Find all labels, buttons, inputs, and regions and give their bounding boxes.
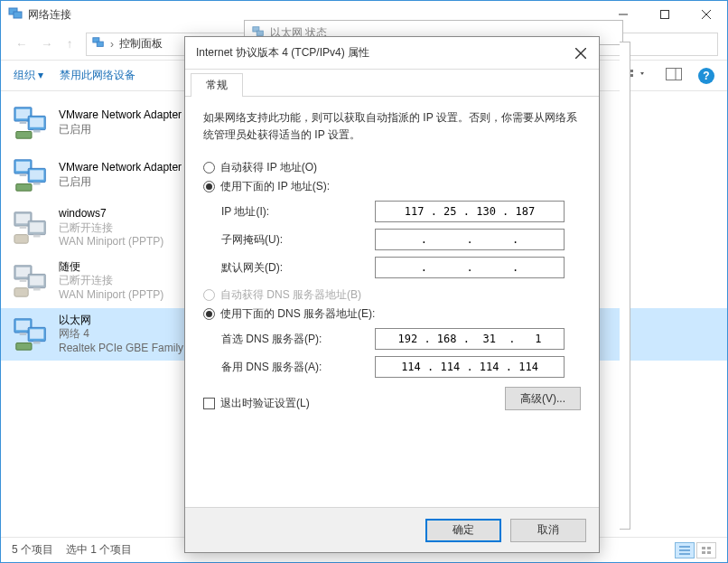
dialog-tabbar: 常规 xyxy=(185,70,599,97)
preferred-dns-label: 首选 DNS 服务器(P): xyxy=(221,332,375,347)
ip-address-input[interactable]: 117 . 25 . 130 . 187 xyxy=(375,201,565,222)
svg-rect-18 xyxy=(30,117,43,127)
connection-device: WAN Miniport (PPTP) xyxy=(59,288,163,303)
checkbox-icon xyxy=(203,398,215,409)
preferred-dns-input[interactable]: 192 . 168 . 31 . 1 xyxy=(375,328,565,350)
details-view-icon[interactable] xyxy=(675,542,695,558)
radio-icon xyxy=(203,162,215,174)
radio-manual-dns[interactable]: 使用下面的 DNS 服务器地址(E): xyxy=(203,306,581,322)
radio-icon xyxy=(203,289,215,301)
connection-status: 已断开连接 xyxy=(59,221,163,236)
svg-rect-27 xyxy=(16,184,32,192)
disable-device-button[interactable]: 禁用此网络设备 xyxy=(60,68,135,83)
svg-rect-52 xyxy=(702,547,705,549)
svg-rect-47 xyxy=(33,342,41,344)
svg-rect-57 xyxy=(257,31,263,35)
svg-rect-32 xyxy=(30,223,43,233)
default-gateway-input[interactable]: . . . xyxy=(375,257,565,278)
status-selected-count: 选中 1 个项目 xyxy=(66,542,132,558)
ipv4-properties-dialog: Internet 协议版本 4 (TCP/IPv4) 属性 常规 如果网络支持此… xyxy=(184,36,600,553)
network-icon xyxy=(8,6,23,23)
dialog-description: 如果网络支持此功能，则可以获取自动指派的 IP 设置。否则，你需要从网络系统管理… xyxy=(203,109,581,144)
svg-rect-39 xyxy=(30,276,43,286)
svg-rect-30 xyxy=(20,226,27,229)
network-adapter-icon xyxy=(12,208,51,248)
tab-general[interactable]: 常规 xyxy=(191,73,243,97)
ip-address-label: IP 地址(I): xyxy=(221,204,375,220)
network-adapter-icon xyxy=(12,103,51,143)
breadcrumb-sep: › xyxy=(110,38,114,51)
alternate-dns-label: 备用 DNS 服务器(A): xyxy=(221,360,375,375)
nav-up-button[interactable]: ↑ xyxy=(61,35,79,53)
svg-rect-7 xyxy=(97,42,103,46)
window-title: 网络连接 xyxy=(28,7,71,23)
default-gateway-label: 默认网关(D): xyxy=(221,260,375,276)
svg-rect-53 xyxy=(707,547,711,549)
connection-status: 已断开连接 xyxy=(59,274,163,288)
svg-rect-40 xyxy=(33,288,41,291)
radio-icon xyxy=(203,308,215,320)
svg-rect-1 xyxy=(14,12,22,18)
svg-rect-44 xyxy=(20,333,27,335)
dialog-footer: 确定 取消 xyxy=(185,507,599,552)
svg-rect-23 xyxy=(20,174,27,176)
organize-menu[interactable]: 组织 ▾ xyxy=(14,68,43,83)
subnet-mask-input[interactable]: . . . xyxy=(375,229,565,250)
connection-text: windows7已断开连接WAN Miniport (PPTP) xyxy=(59,207,163,249)
connection-device: WAN Miniport (PPTP) xyxy=(59,235,163,249)
connection-text: 随便已断开连接WAN Miniport (PPTP) xyxy=(59,260,163,303)
radio-auto-ip[interactable]: 自动获得 IP 地址(O) xyxy=(203,160,581,175)
help-icon[interactable]: ? xyxy=(698,68,714,84)
svg-rect-34 xyxy=(14,235,28,244)
svg-rect-41 xyxy=(14,288,28,297)
network-adapter-icon xyxy=(12,314,51,354)
radio-auto-dns-label: 自动获得 DNS 服务器地址(B) xyxy=(220,287,361,303)
svg-rect-54 xyxy=(702,551,705,554)
network-adapter-icon xyxy=(12,155,51,195)
validate-on-exit-checkbox[interactable]: 退出时验证设置(L) xyxy=(203,396,505,411)
dialog-titlebar: Internet 协议版本 4 (TCP/IPv4) 属性 xyxy=(185,37,599,70)
view-toggles[interactable] xyxy=(675,542,716,558)
radio-manual-dns-label: 使用下面的 DNS 服务器地址(E): xyxy=(220,306,375,322)
cancel-button[interactable]: 取消 xyxy=(510,519,586,542)
maximize-button[interactable] xyxy=(644,1,686,28)
svg-rect-12 xyxy=(667,69,682,80)
svg-rect-11 xyxy=(630,74,633,77)
svg-rect-48 xyxy=(16,342,32,350)
network-icon xyxy=(92,36,105,52)
svg-rect-25 xyxy=(30,170,43,180)
svg-rect-20 xyxy=(16,132,32,139)
nav-back-button[interactable]: ← xyxy=(10,35,28,53)
svg-rect-9 xyxy=(630,70,633,72)
preview-pane-button[interactable] xyxy=(666,68,682,83)
dialog-title: Internet 协议版本 4 (TCP/IPv4) 属性 xyxy=(196,45,369,61)
breadcrumb-item[interactable]: 控制面板 xyxy=(119,36,163,52)
dialog-close-button[interactable] xyxy=(570,42,592,64)
subnet-mask-label: 子网掩码(U): xyxy=(221,232,375,248)
svg-rect-37 xyxy=(20,279,27,282)
ok-button[interactable]: 确定 xyxy=(425,519,501,542)
radio-manual-ip[interactable]: 使用下面的 IP 地址(S): xyxy=(203,179,581,194)
alternate-dns-input[interactable]: 114 . 114 . 114 . 114 xyxy=(375,356,565,378)
svg-rect-46 xyxy=(30,329,43,339)
status-item-count: 5 个项目 xyxy=(12,542,53,558)
advanced-button[interactable]: 高级(V)... xyxy=(505,387,581,410)
svg-rect-55 xyxy=(707,551,711,554)
nav-forward-button[interactable]: → xyxy=(35,35,53,53)
connection-name: 随便 xyxy=(59,260,163,275)
svg-rect-33 xyxy=(33,235,41,238)
connection-name: windows7 xyxy=(59,207,163,221)
svg-rect-26 xyxy=(33,183,41,185)
svg-rect-16 xyxy=(20,121,27,124)
radio-auto-dns: 自动获得 DNS 服务器地址(B) xyxy=(203,287,581,303)
radio-auto-ip-label: 自动获得 IP 地址(O) xyxy=(220,160,317,175)
close-button[interactable] xyxy=(686,1,727,28)
validate-on-exit-label: 退出时验证设置(L) xyxy=(220,396,310,411)
radio-manual-ip-label: 使用下面的 IP 地址(S): xyxy=(220,179,330,194)
svg-rect-3 xyxy=(661,11,669,19)
icons-view-icon[interactable] xyxy=(696,542,716,558)
svg-rect-19 xyxy=(33,130,41,133)
network-adapter-icon xyxy=(12,261,51,301)
ghost-window-edge xyxy=(620,42,630,530)
radio-icon xyxy=(203,181,215,192)
